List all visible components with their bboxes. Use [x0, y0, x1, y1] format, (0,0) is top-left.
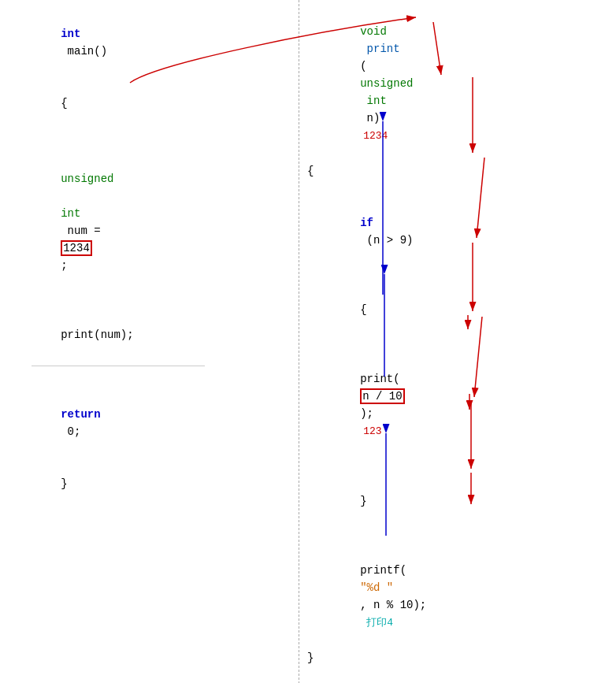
- if-brace1: {: [360, 303, 366, 316]
- print-call: print(num);: [61, 329, 133, 341]
- code-line-return: return 0;: [8, 371, 299, 458]
- call1-close-if: }: [307, 458, 608, 527]
- n-param1: n): [360, 112, 380, 124]
- printf1: printf(: [360, 564, 406, 577]
- int-kw1: int: [360, 95, 387, 107]
- call1-brace-open: {: [307, 162, 608, 180]
- print4-annotation: 打印4: [366, 617, 393, 629]
- call1-semicolon: );: [360, 407, 373, 420]
- num-var: num =: [61, 225, 107, 237]
- call1-printf: printf( "%d " , n % 10); 打印4: [307, 527, 608, 649]
- print-name1: print: [360, 43, 399, 55]
- void-kw1: void: [360, 25, 387, 38]
- code-line-print-num: print(num);: [8, 291, 299, 361]
- space1: [61, 190, 67, 202]
- call1-if-brace: {: [307, 266, 608, 336]
- value-annotation-1234: 1234: [363, 130, 388, 142]
- if-kw1: if: [360, 217, 373, 229]
- str1: "%d ": [360, 581, 393, 594]
- call1-print-func: print(: [360, 373, 399, 385]
- unsigned-kw1: unsigned: [360, 77, 413, 90]
- call1-ndiv10-box: n / 10: [360, 388, 404, 404]
- right-panel: void print ( unsigned int n) 1234 { if (…: [299, 0, 616, 683]
- return-zero: 0;: [61, 425, 80, 438]
- printf1-args: , n % 10);: [360, 599, 426, 611]
- kw-return: return: [61, 408, 100, 421]
- section-call1: void print ( unsigned int n) 1234 { if (…: [307, 6, 608, 666]
- if-cond1: (n > 9): [360, 234, 413, 247]
- code-line-brace1: {: [8, 77, 299, 129]
- kw-int2: int: [61, 207, 80, 220]
- if-close1: }: [360, 495, 366, 507]
- main-container: int main() { unsigned int num = 1234 ; p…: [0, 0, 616, 683]
- semicolon1: ;: [61, 259, 67, 272]
- call1-val-123: 123: [363, 425, 381, 437]
- kw-int: int: [61, 28, 80, 40]
- brace-open: {: [61, 97, 67, 110]
- kw-unsigned: unsigned: [61, 173, 113, 185]
- call2-header: void print ( unsigned int n): [307, 670, 608, 683]
- section-call2: void print ( unsigned int n) { 返回到上一层 12…: [307, 670, 608, 683]
- brace-close: }: [61, 477, 67, 490]
- call1-header: void print ( unsigned int n) 1234: [307, 6, 608, 162]
- left-code-section: int main() { unsigned int num = 1234 ; p…: [8, 8, 299, 510]
- code-line-num-decl: unsigned int num = 1234 ;: [8, 135, 299, 291]
- code-line-brace-close: }: [8, 458, 299, 510]
- main-func: main(): [61, 45, 107, 58]
- call1-close-brace: }: [307, 649, 608, 666]
- left-panel: int main() { unsigned int num = 1234 ; p…: [0, 0, 299, 683]
- num-value-box: 1234: [61, 240, 92, 256]
- call1-if: if (n > 9): [307, 180, 608, 266]
- separator-line: [32, 366, 205, 366]
- call1-print-inner: print( n / 10 ); 123: [307, 336, 608, 458]
- call1-params: (: [360, 60, 366, 72]
- code-line-main: int main(): [8, 8, 299, 77]
